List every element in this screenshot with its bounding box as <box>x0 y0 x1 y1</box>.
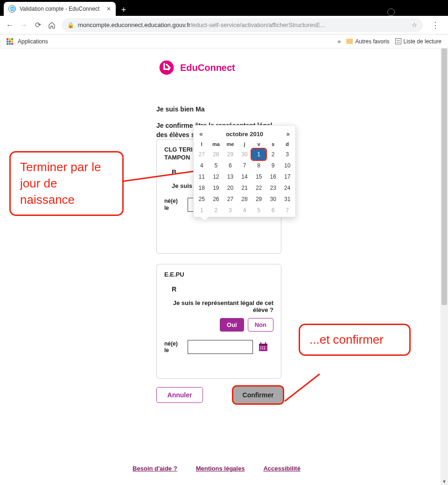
datepicker-day[interactable]: 5 <box>209 160 224 171</box>
datepicker-day[interactable]: 23 <box>266 182 280 194</box>
datepicker-day[interactable]: 30 <box>266 194 280 205</box>
vertical-scrollbar[interactable]: ▲ ▼ <box>441 48 448 485</box>
datepicker-day[interactable]: 2 <box>266 149 280 160</box>
bookmark-star-icon[interactable]: ☆ <box>412 21 417 28</box>
datepicker-day[interactable]: 27 <box>223 194 238 205</box>
datepicker-day[interactable]: 7 <box>280 205 294 216</box>
svg-rect-17 <box>264 346 265 347</box>
reading-list[interactable]: Liste de lecture <box>395 38 441 45</box>
datepicker-day[interactable]: 4 <box>238 205 252 216</box>
legal-rep-question: Je suis le représentant légal de cet élè… <box>164 299 273 313</box>
dob-input-2[interactable] <box>188 340 253 354</box>
datepicker-day[interactable]: 14 <box>238 171 252 182</box>
minimize-button[interactable]: — <box>403 8 410 15</box>
dob-label: né(e) le <box>164 340 183 354</box>
browser-tab[interactable]: 🌐 Validation compte - EduConnect ✕ <box>4 2 116 16</box>
calendar-icon[interactable] <box>258 341 269 353</box>
datepicker-day[interactable]: 3 <box>280 149 294 160</box>
datepicker-day[interactable]: 30 <box>238 149 252 160</box>
other-bookmarks[interactable]: Autres favoris <box>346 38 389 45</box>
datepicker-day[interactable]: 31 <box>280 194 294 205</box>
datepicker-day[interactable]: 18 <box>195 182 209 194</box>
datepicker-day[interactable]: 12 <box>209 171 224 182</box>
accessibility-link[interactable]: Accessibilité <box>263 465 301 472</box>
reload-button[interactable]: ⟳ <box>34 21 42 29</box>
datepicker-day[interactable]: 27 <box>195 149 209 160</box>
scroll-down-icon[interactable]: ▼ <box>441 478 448 485</box>
datepicker-day[interactable]: 10 <box>280 160 294 171</box>
maximize-button[interactable]: ▢ <box>418 8 425 15</box>
datepicker-day[interactable]: 28 <box>238 194 252 205</box>
globe-icon: 🌐 <box>8 5 16 13</box>
datepicker-day[interactable]: 13 <box>223 171 238 182</box>
student-card-2: E.E.PU R Je suis le représentant légal d… <box>156 264 281 379</box>
datepicker-day[interactable]: 16 <box>266 171 280 182</box>
datepicker-day[interactable]: 29 <box>223 149 238 160</box>
datepicker-day[interactable]: 21 <box>238 182 252 194</box>
apps-label[interactable]: Applications <box>18 38 48 45</box>
datepicker-title[interactable]: octobre 2010 <box>226 131 263 138</box>
help-link[interactable]: Besoin d'aide ? <box>133 465 177 472</box>
bookmarks-more[interactable]: » <box>338 38 341 45</box>
confirm-button[interactable]: Confirmer <box>232 385 284 405</box>
svg-rect-13 <box>260 342 261 345</box>
datepicker-day[interactable]: 3 <box>223 205 238 216</box>
datepicker-grid: lmamejvsd2728293012345678910111213141516… <box>195 139 294 216</box>
datepicker-day[interactable]: 1 <box>252 149 266 160</box>
scrollbar-thumb[interactable] <box>441 48 447 305</box>
datepicker-day[interactable]: 24 <box>280 182 294 194</box>
svg-rect-18 <box>260 348 261 349</box>
greeting-text: Je suis bien Ma <box>156 105 204 113</box>
home-button[interactable] <box>48 21 56 29</box>
datepicker-day[interactable]: 19 <box>209 182 224 194</box>
legal-link[interactable]: Mentions légales <box>196 465 245 472</box>
datepicker-day[interactable]: 8 <box>252 160 266 171</box>
datepicker-day[interactable]: 20 <box>223 182 238 194</box>
datepicker-dow: me <box>223 139 238 149</box>
browser-toolbar: ← → ⟳ 🔒 moncompte.educonnect.education.g… <box>0 16 448 35</box>
tab-title: Validation compte - EduConnect <box>20 6 99 12</box>
student-initial: R <box>172 285 273 293</box>
new-tab-button[interactable]: + <box>118 4 130 16</box>
close-tab-icon[interactable]: ✕ <box>106 6 111 12</box>
datepicker-day[interactable]: 17 <box>280 171 294 182</box>
oui-button[interactable]: Oui <box>220 318 244 332</box>
apps-icon[interactable] <box>7 38 13 45</box>
datepicker-day[interactable]: 4 <box>195 160 209 171</box>
datepicker-day[interactable]: 2 <box>209 205 224 216</box>
svg-rect-14 <box>265 342 266 345</box>
back-button[interactable]: ← <box>6 21 14 29</box>
datepicker-prev-button[interactable]: « <box>199 130 203 138</box>
datepicker-dow: j <box>238 139 252 149</box>
datepicker-day[interactable]: 22 <box>252 182 266 194</box>
browser-menu-button[interactable]: ⋮ <box>428 20 442 30</box>
svg-point-0 <box>160 61 174 75</box>
svg-rect-20 <box>264 348 265 349</box>
datepicker-dow: v <box>252 139 266 149</box>
datepicker-day[interactable]: 9 <box>266 160 280 171</box>
educonnect-logo-icon <box>159 60 175 76</box>
datepicker-dow: ma <box>209 139 224 149</box>
datepicker-day[interactable]: 6 <box>266 205 280 216</box>
forward-button[interactable]: → <box>20 21 28 29</box>
list-icon <box>395 38 401 44</box>
svg-rect-15 <box>260 346 261 347</box>
datepicker-next-button[interactable]: » <box>286 130 290 138</box>
close-window-button[interactable]: ✕ <box>433 8 440 15</box>
datepicker-day[interactable]: 15 <box>252 171 266 182</box>
datepicker-dow: d <box>280 139 294 149</box>
datepicker-day[interactable]: 28 <box>209 149 224 160</box>
datepicker-day[interactable]: 11 <box>195 171 209 182</box>
folder-icon <box>346 39 353 44</box>
datepicker-day[interactable]: 29 <box>252 194 266 205</box>
non-button[interactable]: Non <box>248 318 273 332</box>
datepicker-day[interactable]: 7 <box>238 160 252 171</box>
annotation-leader-2 <box>284 374 320 402</box>
datepicker-day[interactable]: 6 <box>223 160 238 171</box>
cancel-button[interactable]: Annuler <box>156 387 203 403</box>
address-bar[interactable]: 🔒 moncompte.educonnect.education.gouv.fr… <box>62 18 423 32</box>
datepicker-day[interactable]: 26 <box>209 194 224 205</box>
datepicker-day[interactable]: 25 <box>195 194 209 205</box>
school-name: E.E.PU <box>164 271 273 279</box>
datepicker-day[interactable]: 5 <box>252 205 266 216</box>
